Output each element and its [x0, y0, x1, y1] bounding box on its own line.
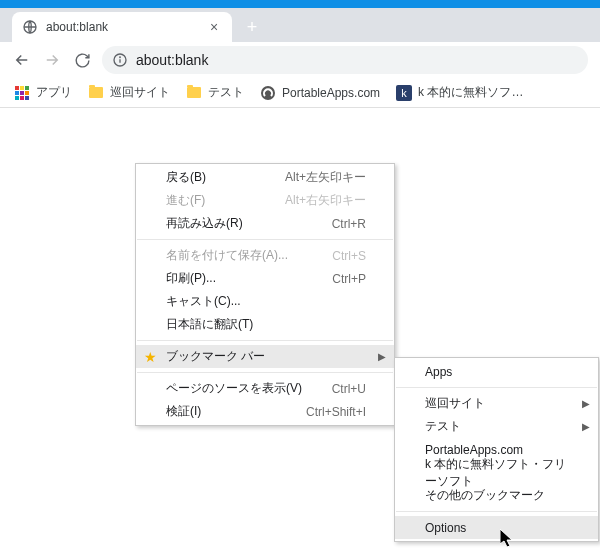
- bookmark-junkai[interactable]: 巡回サイト: [82, 81, 176, 104]
- menu-separator: [137, 372, 393, 373]
- back-button[interactable]: [8, 46, 36, 74]
- info-icon[interactable]: [112, 52, 128, 68]
- window-titlebar: [0, 0, 600, 8]
- menu-separator: [137, 340, 393, 341]
- menu-view-source[interactable]: ページのソースを表示(V) Ctrl+U: [136, 377, 394, 400]
- tab-title: about:blank: [46, 20, 206, 34]
- submenu-apps[interactable]: Apps: [395, 360, 598, 383]
- menu-translate[interactable]: 日本語に翻訳(T): [136, 313, 394, 336]
- portableapps-icon: [260, 85, 276, 101]
- menu-separator: [137, 239, 393, 240]
- bookmark-apps[interactable]: アプリ: [8, 81, 78, 104]
- browser-window: about:blank × + about:blank アプリ 巡回サイト: [0, 0, 600, 560]
- toolbar: about:blank: [0, 42, 600, 78]
- bookmark-khonteki[interactable]: k k 本的に無料ソフ…: [390, 81, 529, 104]
- page-content[interactable]: 戻る(B) Alt+左矢印キー 進む(F) Alt+右矢印キー 再読み込み(R)…: [0, 108, 600, 560]
- url-text: about:blank: [136, 52, 208, 68]
- bookmark-label: テスト: [208, 84, 244, 101]
- bookmark-label: PortableApps.com: [282, 86, 380, 100]
- chevron-right-icon: ▶: [378, 351, 386, 362]
- star-icon: ★: [144, 349, 157, 365]
- menu-print[interactable]: 印刷(P)... Ctrl+P: [136, 267, 394, 290]
- menu-back[interactable]: 戻る(B) Alt+左矢印キー: [136, 166, 394, 189]
- forward-button[interactable]: [38, 46, 66, 74]
- new-tab-button[interactable]: +: [238, 13, 266, 41]
- close-icon[interactable]: ×: [206, 19, 222, 35]
- context-menu: 戻る(B) Alt+左矢印キー 進む(F) Alt+右矢印キー 再読み込み(R)…: [135, 163, 395, 426]
- menu-bookmark-bar[interactable]: ★ ブックマーク バー ▶: [136, 345, 394, 368]
- submenu-test[interactable]: テスト ▶: [395, 415, 598, 438]
- bookmark-label: k 本的に無料ソフ…: [418, 84, 523, 101]
- submenu-khonteki[interactable]: k 本的に無料ソフト・フリーソフト: [395, 461, 598, 484]
- svg-text:k: k: [401, 87, 407, 99]
- bookmark-portableapps[interactable]: PortableApps.com: [254, 82, 386, 104]
- menu-separator: [396, 511, 597, 512]
- bookmark-test[interactable]: テスト: [180, 81, 250, 104]
- chevron-right-icon: ▶: [582, 398, 590, 409]
- address-bar[interactable]: about:blank: [102, 46, 588, 74]
- menu-save-as: 名前を付けて保存(A)... Ctrl+S: [136, 244, 394, 267]
- bookmark-label: アプリ: [36, 84, 72, 101]
- submenu-options[interactable]: Options: [395, 516, 598, 539]
- svg-point-3: [120, 57, 121, 58]
- bookmark-bar-submenu: Apps 巡回サイト ▶ テスト ▶ PortableApps.com k 本的…: [394, 357, 599, 542]
- apps-icon: [14, 85, 30, 101]
- menu-forward: 進む(F) Alt+右矢印キー: [136, 189, 394, 212]
- menu-reload[interactable]: 再読み込み(R) Ctrl+R: [136, 212, 394, 235]
- menu-cast[interactable]: キャスト(C)...: [136, 290, 394, 313]
- k-icon: k: [396, 85, 412, 101]
- submenu-other-bookmarks[interactable]: その他のブックマーク: [395, 484, 598, 507]
- submenu-junkai[interactable]: 巡回サイト ▶: [395, 392, 598, 415]
- menu-inspect[interactable]: 検証(I) Ctrl+Shift+I: [136, 400, 394, 423]
- folder-icon: [88, 85, 104, 101]
- tab-strip: about:blank × +: [0, 8, 600, 42]
- bookmarks-bar: アプリ 巡回サイト テスト PortableApps.com k k 本的に無料…: [0, 78, 600, 108]
- folder-icon: [186, 85, 202, 101]
- reload-button[interactable]: [68, 46, 96, 74]
- menu-separator: [396, 387, 597, 388]
- tab-aboutblank[interactable]: about:blank ×: [12, 12, 232, 42]
- bookmark-label: 巡回サイト: [110, 84, 170, 101]
- globe-icon: [22, 19, 38, 35]
- chevron-right-icon: ▶: [582, 421, 590, 432]
